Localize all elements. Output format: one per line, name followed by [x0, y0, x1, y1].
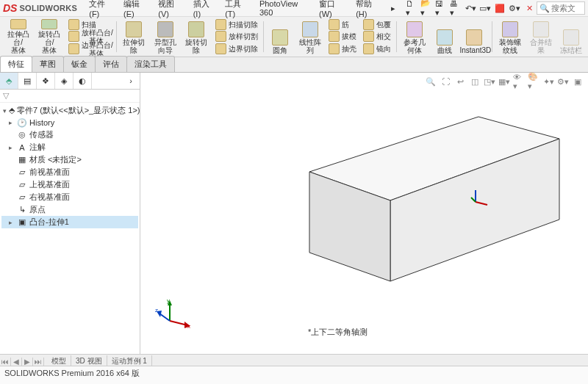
tree-root[interactable]: ▾⬘零件7 (默认<<默认>_显示状态 1>): [1, 104, 138, 117]
menu-window[interactable]: 窗口(W): [315, 0, 350, 20]
menu-edit[interactable]: 编辑(E): [119, 0, 152, 20]
select-icon[interactable]: ▭▾: [479, 2, 491, 14]
graphics-viewport[interactable]: 🔍 ⛶ ↩ ◫ ◳▾ ▦▾ 👁▾ 🎨▾ ✦▾ ⚙▾ ▣: [140, 73, 588, 372]
reference-geometry-button[interactable]: 参考几 何体: [399, 18, 429, 55]
tab-feature[interactable]: 特征: [0, 56, 32, 72]
boundary-cut-button[interactable]: 边界切除: [212, 43, 261, 54]
hole-wizard-button[interactable]: 异型孔 向导: [150, 18, 180, 55]
tab-render[interactable]: 渲染工具: [126, 56, 175, 72]
feature-tree: ▾⬘零件7 (默认<<默认>_显示状态 1>) ▸🕑History ◎传感器 ▸…: [0, 103, 140, 372]
config-tab-icon[interactable]: ❖: [37, 73, 55, 89]
print-icon[interactable]: 🖶▾: [450, 2, 462, 14]
extrude-feature-icon: ▣: [17, 217, 27, 228]
tree-front-plane[interactable]: ▱前视基准面: [1, 166, 138, 178]
wrap-button[interactable]: 包覆: [360, 19, 394, 30]
instant3d-button[interactable]: Instant3D: [459, 18, 490, 55]
menu-expand[interactable]: ▸: [387, 2, 400, 15]
history-icon: 🕑: [17, 117, 27, 128]
undo-icon[interactable]: ↶▾: [465, 2, 476, 14]
sweep-cut-button[interactable]: 扫描切除: [212, 19, 261, 30]
filter-icon[interactable]: ▽: [3, 91, 9, 101]
decals-button[interactable]: 装饰螺 纹线: [495, 18, 525, 55]
rebuild-icon[interactable]: 🟥: [494, 2, 506, 14]
svg-text:z: z: [155, 307, 158, 314]
panel-more-icon[interactable]: ›: [122, 73, 140, 89]
extrude-cut-button[interactable]: 拉伸切 除: [119, 18, 149, 55]
sensor-icon: ◎: [17, 130, 27, 140]
plane-icon: ▱: [17, 167, 27, 178]
intersect-icon: [363, 31, 374, 42]
boundary-button[interactable]: 边界凸台/基体: [65, 43, 114, 54]
tree-extrude-feature[interactable]: ▸▣凸台-拉伸1: [1, 216, 138, 228]
logo-text: SOLIDWORKS: [19, 4, 77, 12]
tree-annotations[interactable]: ▸A注解: [1, 141, 138, 153]
draft-button[interactable]: 拔模: [326, 31, 359, 42]
tree-top-plane[interactable]: ▱上视基准面: [1, 178, 138, 191]
search-icon: 🔍: [539, 4, 550, 13]
boundary-cut-icon: [215, 43, 226, 54]
annotation-icon: A: [17, 142, 27, 153]
panel-tab-icons: ⬘ ▤ ❖ ◈ ◐ ›: [0, 73, 140, 90]
property-tab-icon[interactable]: ▤: [18, 73, 37, 89]
curves-button[interactable]: 曲线: [431, 18, 459, 55]
feature-tree-tab-icon[interactable]: ⬘: [0, 73, 18, 89]
origin-icon: ↳: [17, 205, 27, 215]
status-text: SOLIDWORKS Premium 2016 x64 版: [4, 369, 140, 377]
tree-history[interactable]: ▸🕑History: [1, 117, 138, 128]
search-box[interactable]: 🔍: [537, 1, 585, 15]
extrude-cut-icon: [126, 21, 142, 37]
open-icon[interactable]: 📂▾: [420, 2, 432, 14]
tab-last-icon[interactable]: ⏭: [33, 358, 44, 366]
loft-cut-icon: [215, 31, 226, 42]
svg-line-4: [476, 202, 487, 205]
shell-button[interactable]: 抽壳: [326, 43, 359, 54]
tree-right-plane[interactable]: ▱右视基准面: [1, 191, 138, 203]
refgeom-icon: [406, 21, 423, 37]
search-input[interactable]: [550, 3, 582, 13]
shell-icon: [329, 43, 340, 54]
tree-material[interactable]: ▦材质 <未指定>: [1, 153, 138, 166]
fillet-button[interactable]: 圆角: [266, 18, 294, 55]
display-tab-icon[interactable]: ◐: [74, 73, 92, 89]
tab-sketch[interactable]: 草图: [32, 56, 64, 72]
intersect-button[interactable]: 相交: [360, 31, 394, 42]
plane-icon: ▱: [17, 192, 27, 203]
mirror-button[interactable]: 镜向: [360, 43, 394, 54]
merge-result-button: 合并结 果: [526, 18, 556, 55]
tab-sheetmetal[interactable]: 钣金: [63, 56, 96, 72]
extrude-boss-button[interactable]: 拉伸凸 台/基体: [3, 18, 33, 55]
menu-insert[interactable]: 插入(I): [189, 0, 219, 20]
menu-view[interactable]: 视图(V): [154, 0, 187, 20]
close-panel-icon[interactable]: ✕: [523, 2, 535, 14]
save-icon[interactable]: 🖫▾: [435, 2, 447, 14]
linear-pattern-button[interactable]: 线性阵 列: [295, 18, 325, 55]
tree-sensors[interactable]: ◎传感器: [1, 128, 138, 141]
pattern-icon: [302, 21, 318, 37]
new-icon[interactable]: 🗋▾: [406, 2, 417, 14]
view-annotation: *上下二等角轴测: [308, 327, 368, 338]
dimxpert-tab-icon[interactable]: ◈: [55, 73, 74, 89]
tab-next-icon[interactable]: ▶: [22, 358, 33, 366]
part-icon: ⬘: [9, 106, 15, 116]
extrude-icon: [10, 19, 26, 29]
menu-tools[interactable]: 工具(T): [220, 0, 254, 20]
quick-toolbar: 🗋▾ 📂▾ 🖫▾ 🖶▾ ↶▾ ▭▾ 🟥 ⚙▾ ✕: [406, 2, 535, 14]
menu-bar: DS SOLIDWORKS 文件(F) 编辑(E) 视图(V) 插入(I) 工具…: [0, 0, 588, 17]
feature-manager-panel: ⬘ ▤ ❖ ◈ ◐ › ▽ ▾⬘零件7 (默认<<默认>_显示状态 1>) ▸🕑…: [0, 73, 140, 372]
tree-origin[interactable]: ↳原点: [1, 203, 138, 216]
revolve-boss-button[interactable]: 旋转凸 台/基体: [34, 18, 64, 55]
revolve-cut-button[interactable]: 旋转切 除: [182, 18, 212, 55]
tab-evaluate[interactable]: 评估: [95, 56, 127, 72]
model-origin-axes-icon: [471, 189, 489, 206]
menu-photoview[interactable]: PhotoView 360: [255, 0, 313, 18]
tab-first-icon[interactable]: ⏮: [0, 358, 11, 366]
rib-button[interactable]: 筋: [326, 19, 359, 30]
loft-cut-button[interactable]: 放样切割: [212, 31, 261, 42]
menu-help[interactable]: 帮助(H): [351, 0, 385, 20]
mirror-icon: [363, 43, 374, 54]
menu-file[interactable]: 文件(F): [85, 0, 118, 20]
options-icon[interactable]: ⚙▾: [509, 2, 520, 14]
view-triad-icon[interactable]: y x z: [162, 299, 192, 328]
tab-prev-icon[interactable]: ◀: [11, 358, 22, 366]
app-logo: DS SOLIDWORKS: [3, 2, 77, 14]
